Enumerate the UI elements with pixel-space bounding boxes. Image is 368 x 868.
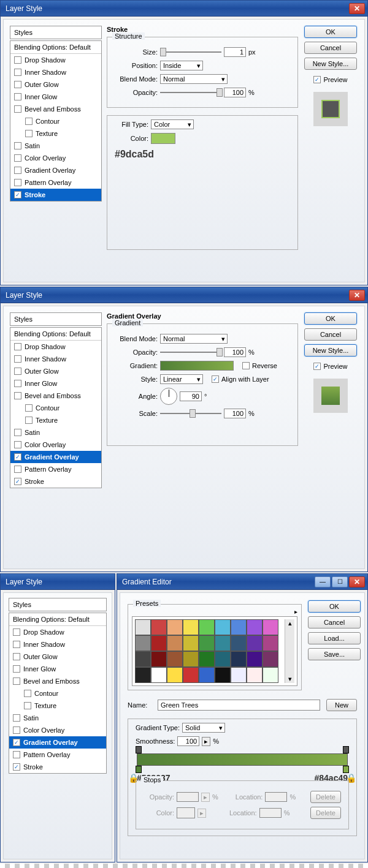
angle-dial[interactable] bbox=[160, 388, 177, 405]
style-inner-glow[interactable]: Inner Glow bbox=[10, 91, 101, 103]
checkbox[interactable] bbox=[14, 478, 21, 485]
titlebar[interactable]: Layer Style ✕ bbox=[1, 1, 367, 17]
style-inner-glow[interactable]: Inner Glow bbox=[9, 663, 106, 675]
blending-options[interactable]: Blending Options: Default bbox=[10, 328, 101, 341]
titlebar[interactable]: Layer Style ✕ bbox=[1, 287, 367, 303]
style-stroke[interactable]: Stroke bbox=[10, 475, 101, 488]
style-outer-glow[interactable]: Outer Glow bbox=[10, 365, 101, 377]
checkbox[interactable] bbox=[13, 751, 20, 758]
style-contour[interactable]: Contour bbox=[9, 687, 106, 700]
checkbox[interactable] bbox=[25, 404, 33, 412]
preset-swatch[interactable] bbox=[167, 651, 183, 667]
style-texture[interactable]: Texture bbox=[9, 700, 106, 712]
preset-swatch[interactable] bbox=[151, 619, 167, 635]
style-bevel-emboss[interactable]: Bevel and Emboss bbox=[9, 675, 106, 687]
checkbox[interactable] bbox=[14, 179, 21, 186]
style-stroke[interactable]: Stroke bbox=[9, 761, 106, 773]
ok-button[interactable]: OK bbox=[304, 312, 357, 325]
checkbox[interactable] bbox=[14, 93, 21, 100]
smoothness-input[interactable] bbox=[177, 736, 199, 746]
preset-swatch[interactable] bbox=[215, 651, 231, 667]
style-inner-shadow[interactable]: Inner Shadow bbox=[9, 638, 106, 651]
style-inner-glow[interactable]: Inner Glow bbox=[10, 377, 101, 390]
style-gradient-overlay[interactable]: Gradient Overlay bbox=[10, 451, 101, 463]
cancel-button[interactable]: Cancel bbox=[308, 616, 361, 628]
filltype-dropdown[interactable]: Color bbox=[151, 119, 194, 129]
style-drop-shadow[interactable]: Drop Shadow bbox=[9, 626, 106, 638]
scale-slider[interactable] bbox=[160, 413, 221, 414]
close-button[interactable]: ✕ bbox=[349, 3, 365, 14]
style-pattern-overlay[interactable]: Pattern Overlay bbox=[10, 176, 101, 189]
checkbox[interactable] bbox=[24, 702, 31, 709]
opacity-input[interactable] bbox=[224, 347, 246, 357]
style-pattern-overlay[interactable]: Pattern Overlay bbox=[9, 749, 106, 761]
ok-button[interactable]: OK bbox=[308, 600, 361, 613]
checkbox[interactable] bbox=[14, 56, 21, 64]
style-color-overlay[interactable]: Color Overlay bbox=[10, 439, 101, 451]
preview-checkbox-row[interactable]: Preview bbox=[313, 76, 347, 83]
preset-swatch[interactable] bbox=[183, 635, 199, 651]
checkbox[interactable] bbox=[25, 130, 33, 137]
gradient-swatch[interactable] bbox=[160, 361, 234, 371]
checkbox[interactable] bbox=[14, 441, 21, 448]
opacity-stop-right[interactable] bbox=[343, 746, 349, 753]
style-contour[interactable]: Contour bbox=[10, 115, 101, 127]
checkbox[interactable] bbox=[14, 105, 21, 113]
checkbox[interactable] bbox=[13, 726, 20, 734]
checkbox[interactable] bbox=[13, 739, 20, 746]
preset-swatch[interactable] bbox=[135, 619, 151, 635]
checkbox[interactable] bbox=[14, 167, 21, 174]
preset-swatch[interactable] bbox=[199, 619, 215, 635]
load-button[interactable]: Load... bbox=[308, 632, 361, 644]
checkbox[interactable] bbox=[25, 417, 33, 424]
checkbox[interactable] bbox=[14, 392, 21, 399]
style-drop-shadow[interactable]: Drop Shadow bbox=[10, 341, 101, 353]
style-satin[interactable]: Satin bbox=[10, 426, 101, 439]
size-input[interactable] bbox=[224, 47, 246, 57]
delete-opacity-stop-button[interactable]: Delete bbox=[310, 791, 341, 803]
blend-mode-dropdown[interactable]: Normal bbox=[160, 334, 228, 344]
preset-swatch[interactable] bbox=[215, 635, 231, 651]
close-button[interactable]: ✕ bbox=[349, 576, 365, 587]
preset-swatch[interactable] bbox=[167, 619, 183, 635]
preset-swatch[interactable] bbox=[135, 667, 151, 683]
checkbox[interactable] bbox=[13, 665, 20, 673]
style-satin[interactable]: Satin bbox=[10, 140, 101, 152]
preset-swatch[interactable] bbox=[247, 667, 263, 683]
preset-swatch[interactable] bbox=[199, 635, 215, 651]
delete-color-stop-button[interactable]: Delete bbox=[310, 807, 341, 819]
gradient-type-dropdown[interactable]: Solid bbox=[182, 723, 225, 733]
style-outer-glow[interactable]: Outer Glow bbox=[9, 651, 106, 663]
checkbox[interactable] bbox=[14, 453, 21, 461]
preset-swatch[interactable] bbox=[215, 667, 231, 683]
style-contour[interactable]: Contour bbox=[10, 402, 101, 414]
save-button[interactable]: Save... bbox=[308, 648, 361, 660]
preset-swatch[interactable] bbox=[199, 651, 215, 667]
new-style-button[interactable]: New Style... bbox=[304, 58, 357, 70]
style-dropdown[interactable]: Linear bbox=[160, 374, 203, 384]
preset-swatch[interactable] bbox=[231, 619, 247, 635]
checkbox[interactable] bbox=[13, 641, 20, 648]
color-stop-left[interactable] bbox=[136, 766, 142, 773]
maximize-button[interactable]: ☐ bbox=[332, 576, 348, 587]
presets-menu-icon[interactable]: ▸ bbox=[294, 608, 297, 615]
angle-input[interactable] bbox=[180, 391, 202, 401]
preview-checkbox-row[interactable]: Preview bbox=[313, 363, 347, 370]
checkbox[interactable] bbox=[14, 355, 21, 363]
style-drop-shadow[interactable]: Drop Shadow bbox=[10, 54, 101, 66]
preset-swatch[interactable] bbox=[231, 651, 247, 667]
checkbox[interactable] bbox=[13, 677, 20, 685]
preset-swatch[interactable] bbox=[183, 619, 199, 635]
preset-swatch[interactable] bbox=[151, 667, 167, 683]
preset-swatch[interactable] bbox=[231, 667, 247, 683]
titlebar[interactable]: Layer Style bbox=[1, 574, 115, 590]
preset-swatch[interactable] bbox=[167, 635, 183, 651]
preset-swatch[interactable] bbox=[263, 651, 278, 667]
opacity-stop-left[interactable] bbox=[136, 746, 142, 753]
style-stroke[interactable]: Stroke bbox=[10, 189, 101, 201]
checkbox[interactable] bbox=[14, 154, 21, 162]
checkbox[interactable] bbox=[14, 81, 21, 88]
style-outer-glow[interactable]: Outer Glow bbox=[10, 78, 101, 91]
cancel-button[interactable]: Cancel bbox=[304, 328, 357, 341]
checkbox[interactable] bbox=[14, 69, 21, 76]
